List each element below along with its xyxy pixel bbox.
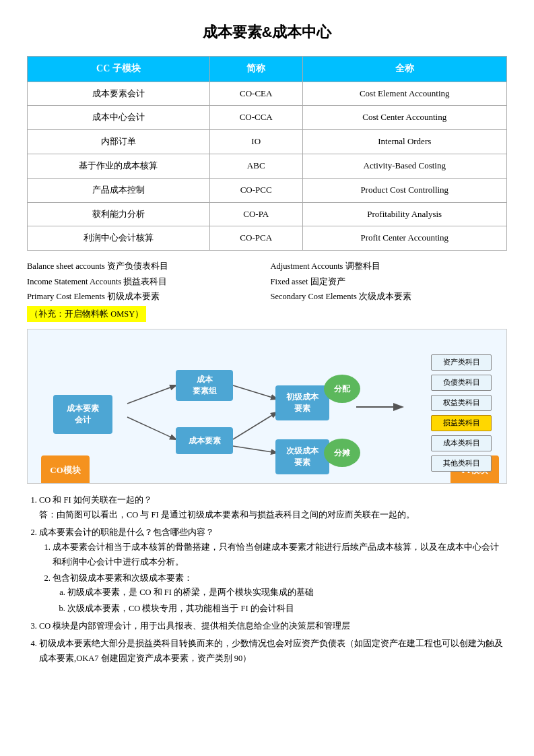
q2-sub-2: 包含初级成本要素和次级成本要素： 初级成本要素，是 CO 和 FI 的桥梁，是两… bbox=[53, 571, 507, 617]
cost-element-box: 成本要素 bbox=[176, 427, 233, 454]
note-line3-right: Secondary Cost Elements 次级成本要素 bbox=[271, 289, 508, 305]
table-row: 基于作业的成本核算ABCActivity-Based Costing bbox=[28, 154, 507, 178]
table-cell-0-2: Cost Element Accounting bbox=[302, 82, 506, 106]
table-row: 获利能力分析CO-PAProfitability Analysis bbox=[28, 202, 507, 226]
co-module-label: CO模块 bbox=[41, 455, 90, 484]
table-cell-4-0: 产品成本控制 bbox=[28, 178, 210, 202]
cost-accounting-box: 成本要素 会计 bbox=[53, 395, 112, 434]
fi-item-2: 权益类科目 bbox=[431, 395, 492, 411]
note-line2-left: Income Statement Accounts 损益表科目 bbox=[27, 274, 264, 290]
svg-line-2 bbox=[233, 385, 277, 399]
table-cell-1-0: 成本中心会计 bbox=[28, 106, 210, 130]
svg-line-0 bbox=[127, 385, 176, 404]
svg-line-1 bbox=[127, 417, 176, 439]
col-header-cc: CC 子模块 bbox=[28, 57, 210, 82]
split-box: 分摊 bbox=[324, 439, 360, 467]
qa-item-1: CO 和 FI 如何关联在一起的？ 答：由简图可以看出，CO 与 FI 是通过初… bbox=[39, 493, 507, 523]
table-row: 产品成本控制CO-PCCProduct Cost Controlling bbox=[28, 178, 507, 202]
table-cell-0-1: CO-CEA bbox=[209, 82, 302, 106]
col-header-full: 全称 bbox=[302, 57, 506, 82]
table-cell-5-0: 获利能力分析 bbox=[28, 202, 210, 226]
table-cell-3-1: ABC bbox=[209, 154, 302, 178]
table-cell-6-0: 利润中心会计核算 bbox=[28, 226, 210, 251]
allocation-box: 分配 bbox=[324, 375, 360, 403]
table-cell-1-1: CO-CCA bbox=[209, 106, 302, 130]
table-row: 内部订单IOInternal Orders bbox=[28, 130, 507, 154]
table-cell-6-1: CO-PCA bbox=[209, 226, 302, 251]
q2-text: 成本要素会计的职能是什么？包含哪些内容？ bbox=[39, 528, 214, 537]
page-title: 成本要素&成本中心 bbox=[27, 20, 507, 44]
highlight-note: （补充：开启物料帐 OMSY） bbox=[27, 306, 146, 323]
table-row: 成本中心会计CO-CCACost Center Accounting bbox=[28, 106, 507, 130]
q1-text: CO 和 FI 如何关联在一起的？ bbox=[39, 495, 152, 505]
fi-item-5: 其他类科目 bbox=[431, 455, 492, 472]
table-cell-3-0: 基于作业的成本核算 bbox=[28, 154, 210, 178]
q2-alpha-a: 初级成本要素，是 CO 和 FI 的桥梁，是两个模块实现集成的基础 bbox=[67, 586, 507, 600]
fi-item-4: 成本类科目 bbox=[431, 435, 492, 451]
table-cell-2-2: Internal Orders bbox=[302, 130, 506, 154]
secondary-cost-box: 次级成本 要素 bbox=[275, 439, 329, 474]
fi-item-3: 损益类科目 bbox=[431, 415, 492, 431]
note-line1-left: Balance sheet accounts 资产负债表科目 bbox=[27, 259, 264, 274]
q2-alpha-b: 次级成本要素，CO 模块专用，其功能相当于 FI 的会计科目 bbox=[67, 602, 507, 617]
table-cell-5-1: CO-PA bbox=[209, 202, 302, 226]
notes-section: Balance sheet accounts 资产负债表科目 Adjustmen… bbox=[27, 259, 507, 322]
cost-element-group-box: 成本 要素组 bbox=[176, 370, 233, 401]
primary-cost-box: 初级成本 要素 bbox=[275, 385, 329, 420]
diagram-container: CO模块 成本要素 会计 成本 要素组 成本要素 初级成本 要素 次级成本 要素… bbox=[27, 329, 507, 484]
fi-item-1: 负债类科目 bbox=[431, 375, 492, 391]
qa-item-3: CO 模块是内部管理会计，用于出具报表、提供相关信息给企业的决策层和管理层 bbox=[39, 619, 507, 634]
table-cell-4-1: CO-PCC bbox=[209, 178, 302, 202]
q2-sub-1: 成本要素会计相当于成本核算的骨骼搭建，只有恰当创建成本要素才能进行后续产品成本核… bbox=[53, 540, 507, 570]
table-cell-6-2: Profit Center Accounting bbox=[302, 226, 506, 251]
svg-line-4 bbox=[233, 446, 277, 453]
table-cell-2-0: 内部订单 bbox=[28, 130, 210, 154]
fi-item-0: 资产类科目 bbox=[431, 354, 492, 371]
q1-answer: 答：由简图可以看出，CO 与 FI 是通过初级成本要素和与损益表科目之间的对应而… bbox=[39, 508, 507, 523]
table-cell-1-2: Cost Center Accounting bbox=[302, 106, 506, 130]
qa-item-2: 成本要素会计的职能是什么？包含哪些内容？ 成本要素会计相当于成本核算的骨骼搭建，… bbox=[39, 526, 507, 617]
note-line3-left: Primary Cost Elements 初级成本要素 bbox=[27, 289, 264, 305]
table-row: 利润中心会计核算CO-PCAProfit Center Accounting bbox=[28, 226, 507, 251]
col-header-abbr: 简称 bbox=[209, 57, 302, 82]
svg-line-3 bbox=[233, 412, 277, 439]
diagram-inner: CO模块 成本要素 会计 成本 要素组 成本要素 初级成本 要素 次级成本 要素… bbox=[34, 340, 500, 473]
qa-item-4: 初级成本要素绝大部分是损益类科目转换而来的，少数情况也会对应资产负债表（如固定资… bbox=[39, 637, 507, 666]
table-cell-0-0: 成本要素会计 bbox=[28, 82, 210, 106]
table-cell-2-1: IO bbox=[209, 130, 302, 154]
table-cell-5-2: Profitability Analysis bbox=[302, 202, 506, 226]
cc-submodule-table: CC 子模块 简称 全称 成本要素会计CO-CEACost Element Ac… bbox=[27, 56, 507, 251]
table-cell-4-2: Product Cost Controlling bbox=[302, 178, 506, 202]
qa-section: CO 和 FI 如何关联在一起的？ 答：由简图可以看出，CO 与 FI 是通过初… bbox=[27, 493, 507, 666]
note-line2-right: Fixed asset 固定资产 bbox=[271, 274, 508, 290]
table-row: 成本要素会计CO-CEACost Element Accounting bbox=[28, 82, 507, 106]
table-cell-3-2: Activity-Based Costing bbox=[302, 154, 506, 178]
note-line1-right: Adjustment Accounts 调整科目 bbox=[271, 259, 508, 274]
